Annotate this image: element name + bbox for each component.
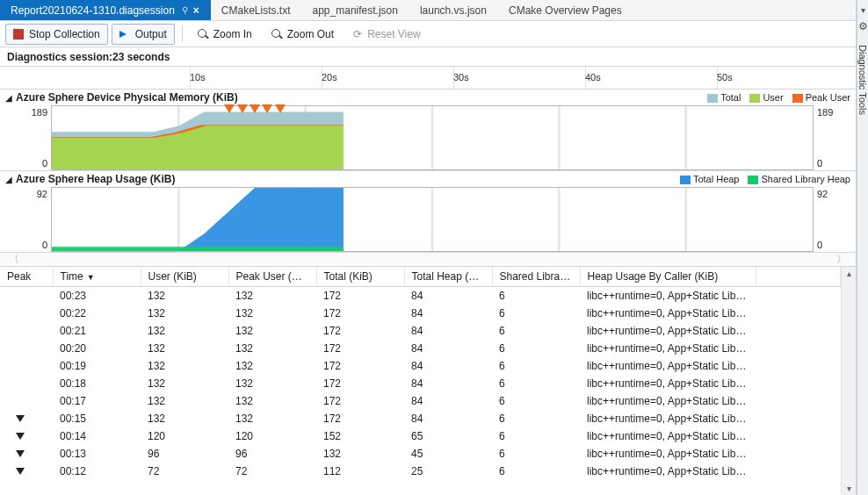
cell-peak bbox=[0, 305, 53, 322]
timeline-tick: 30s bbox=[453, 72, 469, 82]
legend-swatch bbox=[749, 94, 760, 103]
cell-shared: 6 bbox=[492, 375, 580, 392]
table-row[interactable]: 00:20132132172846libc++runtime=0, App+St… bbox=[0, 340, 841, 357]
scroll-up-icon[interactable]: ▴ bbox=[842, 269, 856, 278]
cell-time: 00:12 bbox=[53, 463, 141, 480]
cell-total_heap: 84 bbox=[404, 287, 492, 305]
cell-total_heap: 84 bbox=[404, 322, 492, 340]
cell-total: 172 bbox=[316, 305, 404, 322]
table-row[interactable]: 00:19132132172846libc++runtime=0, App+St… bbox=[0, 357, 841, 375]
table-row[interactable]: 00:139696132456libc++runtime=0, App+Stat… bbox=[0, 445, 841, 463]
cell-shared: 6 bbox=[492, 340, 580, 357]
heap-chart-plot[interactable] bbox=[51, 187, 814, 252]
event-marker-icon[interactable] bbox=[250, 104, 260, 113]
cell-time: 00:19 bbox=[53, 357, 141, 375]
cell-peak_user: 132 bbox=[228, 287, 316, 305]
diagnostic-tools-tab[interactable]: Diagnostic Tools bbox=[857, 45, 868, 115]
cell-total_heap: 65 bbox=[404, 427, 492, 445]
memory-chart-legend: TotalUserPeak User bbox=[707, 92, 850, 103]
table-row[interactable]: 00:14120120152656libc++runtime=0, App+St… bbox=[0, 427, 841, 445]
session-status: Diagnostics session: 23 seconds bbox=[0, 47, 856, 67]
event-marker-icon[interactable] bbox=[237, 104, 248, 113]
cell-total_heap: 84 bbox=[404, 375, 492, 392]
document-tab[interactable]: launch.vs.json bbox=[409, 0, 498, 20]
scroll-down-icon[interactable]: ▾ bbox=[842, 484, 856, 493]
cell-caller: libc++runtime=0, App+Static Librar… bbox=[580, 427, 756, 445]
cell-total_heap: 84 bbox=[404, 410, 492, 427]
column-header-caller[interactable]: Heap Usage By Caller (KiB) bbox=[580, 267, 756, 287]
chart-disclosure-icon[interactable]: ◢ bbox=[5, 175, 12, 184]
legend-label: Shared Library Heap bbox=[761, 174, 850, 184]
table-row[interactable]: 00:21132132172846libc++runtime=0, App+St… bbox=[0, 322, 841, 340]
stop-collection-button[interactable]: Stop Collection bbox=[5, 24, 108, 45]
table-row[interactable]: 00:18132132172846libc++runtime=0, App+St… bbox=[0, 375, 841, 392]
memory-chart-plot[interactable] bbox=[51, 105, 814, 170]
cell-total: 152 bbox=[316, 427, 404, 445]
legend-swatch bbox=[680, 176, 691, 184]
timeline-tick: 10s bbox=[190, 72, 206, 82]
column-header-shared[interactable]: Shared Library… bbox=[492, 267, 580, 287]
pin-icon[interactable]: ⚲ bbox=[182, 5, 188, 15]
cell-peak bbox=[0, 410, 53, 427]
cell-caller: libc++runtime=0, App+Static Librar… bbox=[580, 305, 756, 322]
zoom-in-button[interactable]: Zoom In bbox=[190, 24, 260, 45]
cell-peak_user: 132 bbox=[228, 305, 316, 322]
cell-shared: 6 bbox=[492, 463, 580, 480]
rail-dropdown-icon[interactable]: ▾ bbox=[861, 5, 865, 15]
event-marker-icon[interactable] bbox=[275, 104, 286, 113]
event-marker-icon[interactable] bbox=[224, 104, 235, 113]
heap-ymax: 92 bbox=[37, 189, 47, 199]
zoom-out-label: Zoom Out bbox=[287, 28, 334, 40]
svg-marker-13 bbox=[52, 247, 344, 251]
legend-label: Peak User bbox=[806, 92, 850, 103]
heap-chart-legend: Total HeapShared Library Heap bbox=[680, 174, 850, 184]
tab-label: Report20210624-1310.diagsession bbox=[11, 4, 175, 17]
table-row[interactable]: 00:17132132172846libc++runtime=0, App+St… bbox=[0, 392, 841, 410]
column-header-peak[interactable]: Peak bbox=[0, 267, 53, 287]
cell-time: 00:23 bbox=[53, 287, 141, 305]
column-header-time[interactable]: Time▼ bbox=[53, 267, 141, 287]
cell-time: 00:13 bbox=[53, 445, 141, 463]
table-row[interactable]: 00:127272112256libc++runtime=0, App+Stat… bbox=[0, 463, 841, 480]
chart-disclosure-icon[interactable]: ◢ bbox=[5, 93, 12, 103]
cell-caller: libc++runtime=0, App+Static Librar… bbox=[580, 287, 756, 305]
gear-icon[interactable]: ⚙ bbox=[858, 20, 868, 32]
cell-caller: libc++runtime=0, App+Static Librar… bbox=[580, 375, 756, 392]
scroll-left-icon[interactable]: 〈 bbox=[9, 252, 19, 267]
output-button[interactable]: Output bbox=[112, 24, 175, 45]
close-icon[interactable]: × bbox=[193, 4, 199, 17]
reset-view-button[interactable]: ⟳ Reset View bbox=[345, 24, 428, 45]
cell-peak_user: 132 bbox=[228, 322, 316, 340]
heap-ymin-r: 0 bbox=[817, 240, 822, 250]
scroll-right-icon[interactable]: 〉 bbox=[836, 252, 847, 267]
timeline-scrollbar[interactable]: 〈 〉 bbox=[0, 253, 856, 267]
cell-peak bbox=[0, 445, 53, 463]
cell-time: 00:20 bbox=[53, 340, 141, 357]
tab-label: CMake Overview Pages bbox=[509, 4, 622, 17]
document-tab[interactable]: CMake Overview Pages bbox=[498, 0, 633, 20]
cell-caller: libc++runtime=0, App+Static Librar… bbox=[580, 410, 756, 427]
timeline-ruler[interactable]: 10s20s30s40s50s bbox=[0, 67, 856, 90]
event-marker-icon[interactable] bbox=[262, 104, 272, 113]
document-tab[interactable]: Report20210624-1310.diagsession⚲× bbox=[0, 0, 211, 20]
table-row[interactable]: 00:15132132172846libc++runtime=0, App+St… bbox=[0, 410, 841, 427]
document-tab[interactable]: CMakeLists.txt bbox=[211, 0, 302, 20]
cell-time: 00:14 bbox=[53, 427, 141, 445]
stop-icon bbox=[13, 29, 24, 39]
zoom-out-button[interactable]: Zoom Out bbox=[264, 24, 342, 45]
table-row[interactable]: 00:23132132172846libc++runtime=0, App+St… bbox=[0, 287, 841, 305]
cell-peak bbox=[0, 357, 53, 375]
legend-item: Total bbox=[707, 92, 741, 103]
tab-label: launch.vs.json bbox=[420, 4, 487, 17]
legend-item: Peak User bbox=[792, 92, 850, 103]
table-row[interactable]: 00:22132132172846libc++runtime=0, App+St… bbox=[0, 305, 841, 322]
document-tab[interactable]: app_manifest.json bbox=[302, 0, 409, 20]
column-header-user[interactable]: User (KiB) bbox=[141, 267, 228, 287]
table-scrollbar[interactable]: ▴ ▾ bbox=[841, 267, 856, 495]
cell-time: 00:22 bbox=[53, 305, 141, 322]
column-header-peak_user[interactable]: Peak User (KiB) bbox=[228, 267, 316, 287]
column-header-total[interactable]: Total (KiB) bbox=[316, 267, 404, 287]
cell-user: 132 bbox=[141, 305, 228, 322]
cell-peak bbox=[0, 463, 53, 480]
column-header-total_heap[interactable]: Total Heap (KiB) bbox=[404, 267, 492, 287]
